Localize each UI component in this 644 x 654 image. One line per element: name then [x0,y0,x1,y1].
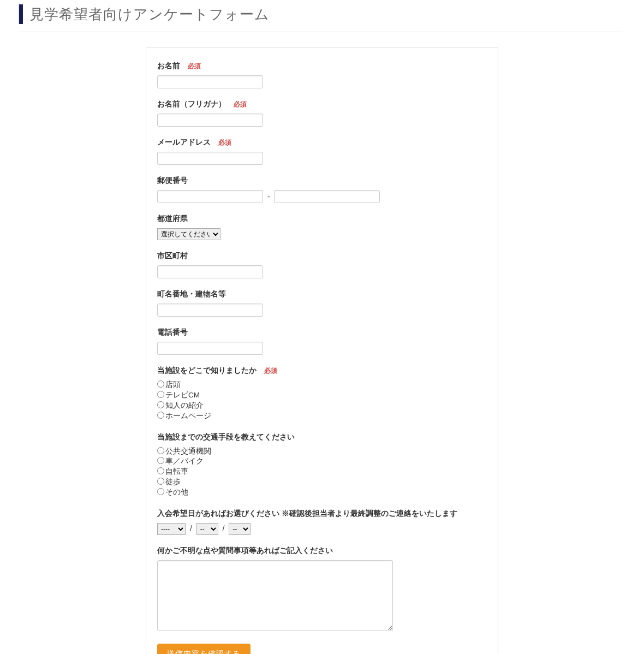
zip-separator: - [267,192,270,201]
label-zip: 郵便番号 [157,176,188,185]
input-tel[interactable] [157,342,263,355]
radio-how-known-3[interactable] [157,412,164,419]
input-city[interactable] [157,265,263,278]
field-city: 市区町村 [157,251,487,278]
input-name[interactable] [157,75,263,88]
radio-transport-0[interactable] [157,447,164,454]
required-badge: 必須 [218,139,231,146]
select-month[interactable]: -- [196,523,218,535]
radio-how-known-3-label: ホームページ [165,412,211,420]
radio-transport-2[interactable] [157,467,164,474]
field-name-kana: お名前（フリガナ） 必須 [157,99,487,127]
submit-button[interactable]: 送信内容を確認する [157,644,251,654]
radio-how-known-0[interactable] [157,380,164,388]
survey-form: お名前 必須 お名前（フリガナ） 必須 メールアドレス 必須 郵便番号 [146,47,498,654]
radio-transport-4-label: その他 [165,488,188,496]
label-name-kana: お名前（フリガナ） [157,100,226,108]
label-name: お名前 [157,62,180,70]
submit-row: 送信内容を確認する [157,644,487,654]
field-tel: 電話番号 [157,328,487,355]
label-email: メールアドレス [157,138,211,146]
input-email[interactable] [157,152,263,165]
required-badge: 必須 [264,367,277,374]
required-badge: 必須 [188,62,201,70]
radio-transport-1[interactable] [157,457,164,464]
field-transport: 当施設までの交通手段を教えてください 公共交通機関 車／バイク 自転車 徒歩 そ… [157,432,487,498]
field-address: 町名番地・建物名等 [157,289,487,317]
input-zip-1[interactable] [157,190,263,203]
label-city: 市区町村 [157,252,188,260]
page-title: 見学希望者向けアンケートフォーム [29,5,270,24]
label-prefecture: 都道府県 [157,215,188,223]
label-tel: 電話番号 [157,328,188,336]
select-day[interactable]: -- [229,523,251,535]
field-email: メールアドレス 必須 [157,138,487,165]
field-comments: 何かご不明な点や質問事項等あればご記入ください [157,546,487,633]
required-badge: 必須 [234,100,247,108]
radio-how-known-1-label: テレビCM [165,391,200,399]
radio-transport-4[interactable] [157,488,164,495]
radio-transport-3-label: 徒歩 [165,478,181,486]
date-separator: / [223,524,225,533]
select-prefecture[interactable]: 選択してください [157,228,220,240]
field-prefecture: 都道府県 選択してください [157,214,487,240]
input-zip-2[interactable] [274,190,380,203]
radio-transport-0-label: 公共交通機関 [165,447,211,455]
field-how-known: 当施設をどこで知りましたか 必須 店頭 テレビCM 知人の紹介 ホームページ [157,366,487,421]
radio-transport-2-label: 自転車 [165,467,188,475]
header-accent-bar [19,4,23,24]
field-zip: 郵便番号 - [157,176,487,203]
radio-how-known-2[interactable] [157,401,164,408]
radio-how-known-2-label: 知人の紹介 [165,401,204,409]
label-transport: 当施設までの交通手段を教えてください [157,433,295,441]
field-join-date: 入会希望日があればお選びください ※確認後担当者より最終調整のご連絡をいたします… [157,509,487,535]
label-address: 町名番地・建物名等 [157,290,226,298]
label-join-date: 入会希望日があればお選びください ※確認後担当者より最終調整のご連絡をいたします [157,509,457,518]
date-separator: / [190,524,192,533]
input-name-kana[interactable] [157,114,263,127]
radio-transport-1-label: 車／バイク [165,457,204,465]
select-year[interactable]: ---- [157,523,186,535]
page-header: 見学希望者向けアンケートフォーム [19,0,622,32]
input-address[interactable] [157,304,263,317]
textarea-comments[interactable] [157,560,393,631]
field-name: お名前 必須 [157,61,487,88]
radio-how-known-0-label: 店頭 [165,380,181,389]
label-comments: 何かご不明な点や質問事項等あればご記入ください [157,546,333,555]
radio-transport-3[interactable] [157,478,164,485]
radio-how-known-1[interactable] [157,391,164,398]
label-how-known: 当施設をどこで知りましたか [157,366,257,374]
